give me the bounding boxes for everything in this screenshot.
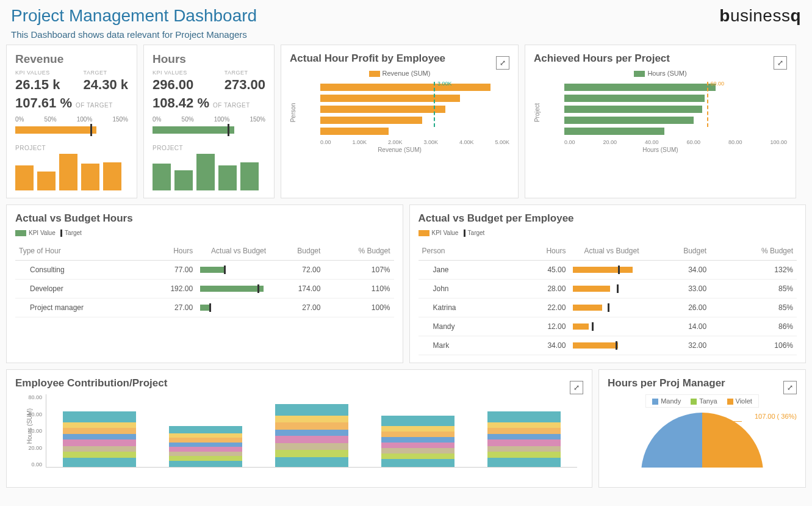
stack-segment	[63, 446, 136, 452]
mini-bar	[15, 165, 34, 190]
cell-hours: 22.00	[510, 298, 569, 317]
stack-segment	[63, 428, 136, 435]
chart-title: Actual Hour Profit by Employee	[290, 52, 509, 65]
cell-pct: 107%	[324, 261, 393, 280]
chart-title: Actual vs Budget Hours	[15, 212, 394, 225]
stack-segment	[487, 434, 561, 439]
cell-hours: 28.00	[510, 280, 569, 298]
reference-label: 3.00K	[437, 81, 452, 87]
y-axis-title: Person	[290, 103, 296, 123]
kpi-value: 296.00	[153, 77, 193, 93]
cell-pct: 110%	[324, 280, 393, 298]
stack-segment	[63, 422, 136, 428]
stack-segment	[275, 457, 348, 468]
reference-line: 3.00K	[434, 82, 435, 127]
bullet-chart	[573, 284, 639, 293]
stack-segment	[381, 437, 455, 443]
kpi-revenue-card: Revenue KPI VALUES26.15 k TARGET24.30 k …	[6, 45, 137, 198]
kpi-values-label: KPI VALUES	[15, 70, 60, 76]
cell-budget: 32.00	[642, 336, 710, 355]
chart-title: Actual vs Budget per Employee	[419, 212, 797, 225]
expand-icon[interactable]: ⤢	[570, 381, 583, 394]
achieved-hours-card: Achieved Hours per Project ⤢ Hours (SUM)…	[525, 45, 796, 198]
actual-budget-hours-card: Actual vs Budget Hours KPI Value Target …	[6, 204, 403, 363]
page-title: Project Management Dashboard	[11, 6, 257, 26]
kpi-target: 24.30 k	[84, 77, 128, 93]
kpi-values-label: KPI VALUES	[153, 70, 193, 76]
mini-bar	[174, 170, 193, 190]
stacked-bar	[63, 411, 136, 468]
table-row: Mandy 12.00 14.00 86%	[419, 317, 797, 336]
mini-bars	[153, 154, 265, 190]
stack-segment	[169, 452, 242, 457]
cell-label: Jane	[419, 261, 511, 280]
stacked-bar	[381, 416, 455, 467]
hbar-row: Project 2	[564, 126, 787, 137]
reference-label: 60.00	[711, 81, 725, 87]
stack-segment	[487, 446, 561, 452]
stack-segment	[487, 422, 561, 428]
stack-segment	[169, 447, 242, 452]
mini-bar	[240, 162, 259, 190]
cell-pct: 100%	[324, 298, 393, 317]
kpi-title: Hours	[153, 52, 265, 66]
expand-icon[interactable]: ⤢	[783, 381, 797, 394]
pie-chart	[641, 413, 763, 468]
chart-title: Employee Contribution/Project	[15, 377, 583, 389]
stack-segment	[275, 450, 348, 457]
stack-segment	[169, 433, 242, 438]
mini-bars	[15, 154, 128, 190]
stacked-bar	[275, 404, 348, 468]
stack-segment	[275, 404, 348, 416]
chart-title: Hours per Proj Manager	[608, 377, 797, 389]
stack-segment	[381, 448, 455, 454]
cell-budget: 27.00	[270, 298, 324, 317]
pie-legend: MandyTanyaViolet	[645, 394, 759, 408]
hbar	[320, 95, 460, 102]
stack-segment	[275, 422, 348, 430]
mini-bar	[37, 172, 56, 190]
gauge	[153, 124, 265, 136]
bullet-chart	[200, 284, 266, 293]
y-axis-title: Project	[534, 103, 541, 122]
col-header: Actual vs Budget	[569, 242, 642, 261]
bullet-chart	[573, 266, 639, 274]
kpi-percent: 107.61 %	[15, 95, 72, 111]
chart-title: Achieved Hours per Project	[534, 52, 787, 65]
stack-segment	[487, 439, 561, 446]
stack-segment	[169, 461, 242, 468]
hbar-area: Person Tom Jane Mark Tanya Mandy 3.00K	[290, 82, 509, 137]
stack-segment	[381, 432, 455, 437]
emp-contribution-card: Employee Contribution/Project ⤢ Hours (S…	[6, 369, 592, 488]
stacked-area: Hours (SUM) 80.0060.0040.0020.000.00	[15, 394, 583, 480]
cell-budget: 174.00	[270, 280, 324, 298]
expand-icon[interactable]: ⤢	[774, 56, 787, 70]
mini-bar	[59, 154, 77, 190]
hbar-row: Project 4	[564, 115, 787, 126]
hbar	[320, 106, 445, 113]
mini-bar	[196, 154, 215, 190]
kpi-target: 273.00	[225, 77, 265, 93]
stack-segment	[487, 458, 561, 467]
cell-budget: 33.00	[642, 280, 710, 298]
page-subtitle: This Dashboard shows data relevant for P…	[11, 29, 257, 40]
pie-leader-line	[705, 421, 742, 422]
col-header: Type of Hour	[15, 242, 143, 261]
cell-hours: 27.00	[143, 298, 196, 317]
cell-pct: 85%	[710, 280, 797, 298]
hour-profit-card: Actual Hour Profit by Employee ⤢ Revenue…	[281, 45, 519, 198]
bullet-chart	[200, 266, 266, 274]
hbar-row: Project 3	[564, 82, 787, 93]
stack-segment	[275, 443, 348, 450]
kpi-of-target: OF TARGET	[213, 102, 250, 109]
stack-segment	[487, 452, 561, 458]
hbar	[564, 117, 694, 124]
expand-icon[interactable]: ⤢	[496, 56, 509, 70]
cell-pct: 106%	[710, 336, 797, 355]
stack-segment	[169, 438, 242, 443]
kpi-title: Revenue	[15, 52, 128, 66]
data-table: Type of HourHoursActual vs BudgetBudget%…	[15, 242, 394, 317]
cell-hours: 12.00	[510, 317, 569, 336]
hbar-area: Project Project 3 Project 5 Project 1 Pr…	[534, 82, 787, 137]
stack-segment	[63, 452, 136, 458]
